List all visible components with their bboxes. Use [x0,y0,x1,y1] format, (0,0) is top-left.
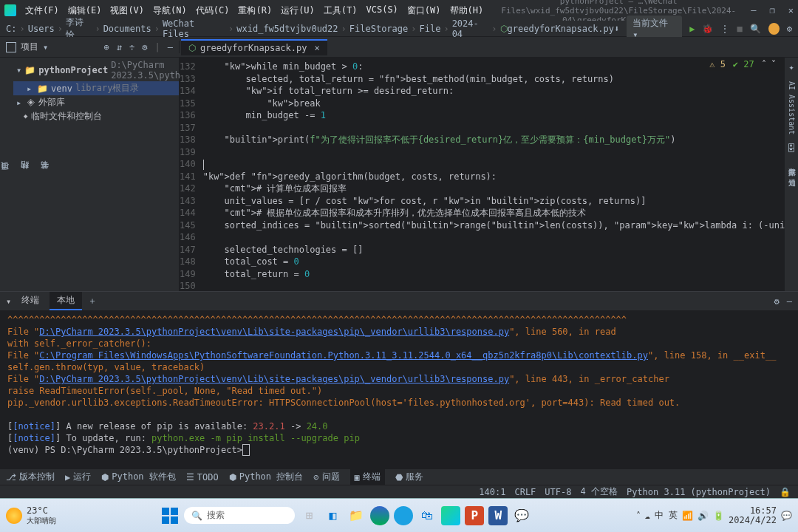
onedrive-icon[interactable]: ☁ [645,511,650,521]
project-icon [6,42,16,52]
status-interpreter[interactable]: Python 3.11 (pythonProject) [627,487,771,497]
terminal-tab-main[interactable]: 终端 [14,292,47,310]
system-tray[interactable]: ˄ ☁ 中 英 📶 🔊 🔋 16:572024/4/22 💬 [636,506,793,525]
taskview-icon[interactable]: ⊞ [299,506,318,525]
inspection-widget[interactable]: ⚠ 5 ✔ 27 ˄ ˅ [700,58,785,71]
crumb[interactable]: WeChat Files [163,18,225,39]
menu-tools[interactable]: 工具(T) [321,3,361,18]
editor-tab[interactable]: ⬡ greedyforKnapsack.py × [181,39,327,55]
wechat-icon[interactable]: 💬 [512,506,531,525]
notifications-icon[interactable]: 💬 [781,511,792,521]
terminal-new-tab[interactable]: ＋ [88,295,97,307]
updates-icon[interactable]: ⬇ [614,24,619,34]
minimize-button[interactable]: — [751,5,756,16]
crumb[interactable]: Users [28,24,55,34]
explorer-icon[interactable]: 📁 [347,506,366,525]
crumb[interactable]: File [420,24,441,34]
tool-packages[interactable]: ⬢Python 软件包 [101,471,176,483]
close-button[interactable]: ✕ [788,5,794,16]
sidebar-project[interactable]: 项目 [0,173,11,179]
menu-view[interactable]: 视图(V) [107,3,147,18]
select-opened-icon[interactable]: ⊕ [104,42,109,52]
terminal-dropdown-icon[interactable]: ▾ [6,296,11,307]
menu-refactor[interactable]: 重构(R) [235,3,275,18]
project-tree[interactable]: ▾📁 pythonProject D:\PyCharm 2023.3.5\pyt… [13,58,180,291]
status-encoding[interactable]: UTF-8 [545,487,571,497]
debug-button[interactable]: 🐞 [702,24,713,34]
more-run-icon[interactable]: ⋮ [720,24,729,34]
terminal-output[interactable]: ^^^^^^^^^^^^^^^^^^^^^^^^^^^^^^^^^^^^^^^^… [0,311,798,468]
status-position[interactable]: 140:1 [479,487,505,497]
maximize-button[interactable]: ❐ [770,5,775,16]
crumb[interactable]: wxid_fw5dtvjbv0ud22 [236,24,338,34]
pycharm-taskbar-icon[interactable] [441,506,460,525]
widgets-icon[interactable]: ◧ [323,506,342,525]
database-strip[interactable]: 数据库 [785,161,798,164]
menu-file[interactable]: 文件(F) [22,3,62,18]
crumb[interactable]: Documents [103,24,151,34]
avatar-icon[interactable] [768,23,780,35]
warning-indicator[interactable]: ⚠ 5 [709,59,726,69]
expand-icon[interactable]: ⇵ [117,42,122,52]
tool-todo[interactable]: ☰TODO [186,472,219,482]
edge-icon[interactable] [370,506,389,525]
tree-external[interactable]: 外部库 [38,96,65,109]
status-indent[interactable]: 4 个空格 [580,485,617,498]
crumb[interactable]: FileStorage [349,24,408,34]
ok-indicator[interactable]: ✔ 27 [733,59,754,69]
code-area[interactable]: "kw">while min_budget > 0: selected, tot… [203,58,785,291]
menu-help[interactable]: 帮助(H) [447,3,487,18]
browser-icon[interactable] [394,506,413,525]
tool-problems[interactable]: ⊘问题 [313,471,339,483]
store-icon[interactable]: 🛍 [417,506,437,525]
menu-vcs[interactable]: VCS(S) [364,3,401,18]
collapse-icon[interactable]: ÷ [129,42,134,52]
sidebar-bookmarks[interactable]: 书签 [40,173,51,179]
run-button[interactable]: ▶ [689,24,695,34]
sidebar-structure[interactable]: 结构 [20,173,31,179]
status-line-sep[interactable]: CRLF [514,487,536,497]
crumb-file[interactable]: greedyforKnapsack.py [508,24,615,34]
terminal-tab-local[interactable]: 本地 [50,292,82,310]
taskbar-weather[interactable]: 23°C大部晴朗 [6,505,56,526]
terminal-settings-icon[interactable]: ⚙ [774,296,780,307]
stop-button[interactable]: ■ [737,24,742,34]
tree-venv[interactable]: venv [51,83,72,94]
word-icon[interactable]: W [488,506,508,525]
taskbar-clock[interactable]: 16:572024/4/22 [729,506,777,525]
wifi-icon[interactable]: 📶 [682,511,693,521]
gear-icon[interactable]: ⚙ [142,42,147,52]
terminal-hide-icon[interactable]: — [787,296,792,307]
status-lock-icon[interactable]: 🔒 [780,487,791,497]
crumb[interactable]: 2024-04 [452,18,489,39]
powerpoint-icon[interactable]: P [465,506,484,525]
tree-scratch[interactable]: 临时文件和控制台 [31,110,102,123]
tool-services[interactable]: ⬣服务 [395,471,423,483]
tool-terminal[interactable]: ▣终端 [350,469,385,485]
start-button[interactable] [160,506,180,525]
battery-icon[interactable]: 🔋 [713,511,724,521]
tool-vcs[interactable]: ⎇版本控制 [6,471,55,483]
hide-icon[interactable]: — [168,42,173,52]
code-editor[interactable]: 1321331341351361371381391401411421431441… [180,58,785,291]
tab-close-icon[interactable]: × [315,43,320,53]
tree-root[interactable]: pythonProject [38,65,108,75]
taskbar-search[interactable]: 🔍搜索 [184,507,295,524]
notifications-strip[interactable]: 通知 [785,171,798,174]
menu-run[interactable]: 运行(U) [278,3,318,18]
tool-run[interactable]: ▶运行 [65,471,91,483]
menu-code[interactable]: 代码(C) [193,3,233,18]
volume-icon[interactable]: 🔊 [698,511,709,521]
menu-window[interactable]: 窗口(W) [404,3,444,18]
ime-indicator[interactable]: 中 英 [655,509,678,522]
crumb[interactable]: C: [6,24,16,34]
search-icon[interactable]: 🔍 [750,24,761,34]
database-icon[interactable]: 🗄 [787,143,796,154]
chevron-icon[interactable]: ˄ ˅ [762,59,776,69]
menu-nav[interactable]: 导航(N) [150,3,190,18]
chevron-up-icon[interactable]: ˄ [636,511,641,521]
ai-assistant-strip[interactable]: AI Assistant [786,80,797,136]
tool-console[interactable]: ⬢Python 控制台 [229,471,304,483]
ai-icon[interactable]: ✦ [788,62,794,72]
settings-icon[interactable]: ⚙ [787,24,792,34]
